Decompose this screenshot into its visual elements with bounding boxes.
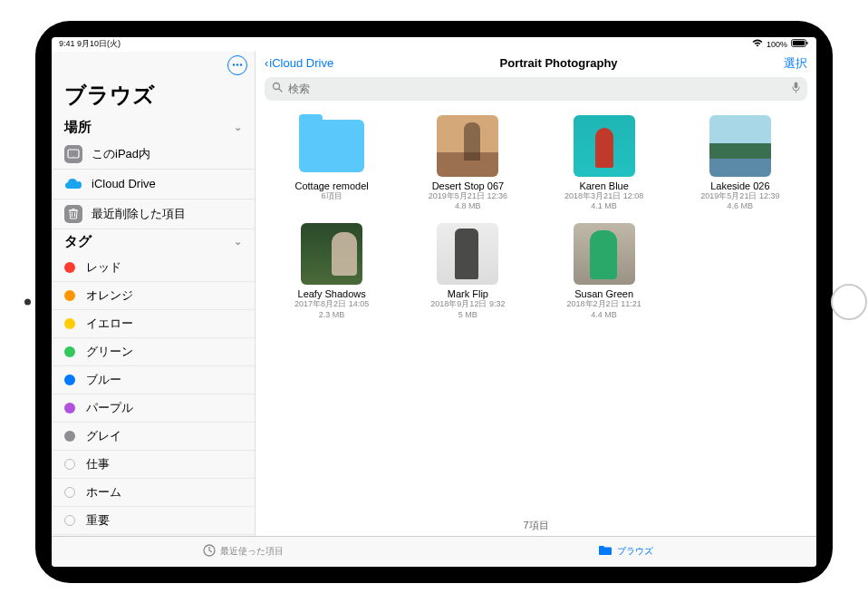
chevron-left-icon: ‹ <box>265 56 268 70</box>
tag-label: オレンジ <box>86 287 133 304</box>
search-input[interactable] <box>288 83 786 95</box>
tag-color-dot <box>64 346 75 357</box>
more-button[interactable] <box>227 55 247 75</box>
tag-color-dot <box>64 290 75 301</box>
location-label: 最近削除した項目 <box>92 206 186 222</box>
location-label: このiPad内 <box>92 146 150 162</box>
tag-label: グリーン <box>86 344 133 360</box>
folder-icon <box>598 545 612 559</box>
file-thumbnail <box>437 223 498 285</box>
item-meta: 2018年2月2日 11:214.4 MB <box>541 299 668 320</box>
page-title: Portrait Photography <box>500 56 618 70</box>
tag-color-dot <box>64 431 75 442</box>
tag-color-dot <box>64 374 75 385</box>
search-icon <box>272 82 283 95</box>
item-name: Lakeside 026 <box>677 180 804 191</box>
svg-point-5 <box>240 63 242 65</box>
tag-label: レッド <box>86 259 121 276</box>
location-item[interactable]: iCloud Drive <box>52 170 255 199</box>
item-name: Karen Blue <box>541 180 668 191</box>
tag-item[interactable]: オレンジ <box>52 282 255 310</box>
home-button[interactable] <box>831 284 867 320</box>
tag-item[interactable]: グレイ <box>52 423 255 451</box>
grid-item[interactable]: Lakeside 026 2019年5月21日 12:394.6 MB <box>677 115 804 212</box>
svg-point-3 <box>233 63 235 65</box>
item-meta: 2018年9月12日 9:325 MB <box>404 299 531 320</box>
tag-item[interactable]: 仕事 <box>52 451 255 479</box>
select-button[interactable]: 選択 <box>784 55 807 72</box>
status-date: 9月10日(火) <box>77 39 121 48</box>
tab-recents[interactable]: 最近使った項目 <box>52 537 434 567</box>
ipad-icon <box>64 145 82 163</box>
tag-empty-circle <box>64 459 75 470</box>
grid-item[interactable]: Desert Stop 067 2019年5月21日 12:364.8 MB <box>404 115 531 212</box>
mic-icon[interactable] <box>792 82 800 96</box>
item-name: Cottage remodel <box>268 180 395 191</box>
status-bar: 9:41 9月10日(火) 100% <box>52 37 816 52</box>
grid-item[interactable]: Mark Flip 2018年9月12日 9:325 MB <box>404 223 531 320</box>
tag-item[interactable]: パープル <box>52 394 255 423</box>
svg-rect-2 <box>806 42 807 44</box>
tag-color-dot <box>64 262 75 273</box>
svg-point-4 <box>236 63 238 65</box>
location-item[interactable]: 最近削除した項目 <box>52 199 255 229</box>
tag-label: 仕事 <box>86 456 110 472</box>
svg-rect-10 <box>795 82 798 88</box>
chevron-down-icon: ⌄ <box>234 236 242 248</box>
grid-item[interactable]: Susan Green 2018年2月2日 11:214.4 MB <box>541 223 668 320</box>
tab-browse[interactable]: ブラウズ <box>434 537 816 567</box>
file-thumbnail <box>574 115 635 177</box>
item-meta: 2017年8月2日 14:052.3 MB <box>268 299 395 320</box>
tag-item[interactable]: レッド <box>52 254 255 282</box>
item-count: 7項目 <box>256 515 816 536</box>
item-name: Leafy Shadows <box>268 288 395 299</box>
sidebar: ブラウズ 場所 ⌄ このiPad内iCloud Drive最近削除した項目 タグ… <box>52 52 256 536</box>
clock-icon <box>203 544 216 559</box>
grid-item[interactable]: Karen Blue 2018年3月21日 12:084.1 MB <box>541 115 668 212</box>
tag-color-dot <box>64 318 75 329</box>
chevron-down-icon: ⌄ <box>234 122 242 133</box>
tag-empty-circle <box>64 487 75 498</box>
item-meta: 2019年5月21日 12:394.6 MB <box>677 191 804 212</box>
tag-item[interactable]: グリーン <box>52 338 255 366</box>
battery-text: 100% <box>767 40 787 49</box>
locations-header[interactable]: 場所 ⌄ <box>52 115 255 140</box>
file-thumbnail <box>301 223 362 285</box>
trash-icon <box>64 205 82 223</box>
item-meta: 2019年5月21日 12:364.8 MB <box>404 191 531 212</box>
tag-label: ホーム <box>86 484 121 501</box>
item-name: Susan Green <box>541 288 668 299</box>
tag-label: グレイ <box>86 428 121 444</box>
tag-label: 重要 <box>86 512 110 529</box>
tag-item[interactable]: 重要 <box>52 507 255 535</box>
location-label: iCloud Drive <box>92 177 156 190</box>
tag-label: パープル <box>86 400 133 416</box>
svg-point-7 <box>72 156 73 157</box>
tag-item[interactable]: ブルー <box>52 366 255 394</box>
item-name: Mark Flip <box>404 288 531 299</box>
svg-line-9 <box>279 89 282 92</box>
tag-item[interactable]: ホーム <box>52 479 255 507</box>
folder-icon <box>299 120 364 172</box>
tags-header[interactable]: タグ ⌄ <box>52 229 255 254</box>
status-time: 9:41 <box>59 39 75 48</box>
item-meta: 6項目 <box>268 191 395 202</box>
location-item[interactable]: このiPad内 <box>52 140 255 170</box>
tag-label: イエロー <box>86 316 133 332</box>
file-thumbnail <box>709 115 771 177</box>
tag-color-dot <box>64 403 75 413</box>
grid-item[interactable]: Leafy Shadows 2017年8月2日 14:052.3 MB <box>268 223 395 320</box>
item-meta: 2018年3月21日 12:084.1 MB <box>541 191 668 212</box>
file-thumbnail <box>574 223 635 285</box>
tag-item[interactable]: イエロー <box>52 310 255 338</box>
file-thumbnail <box>437 115 498 177</box>
svg-rect-1 <box>793 41 805 45</box>
sidebar-title: ブラウズ <box>52 79 255 115</box>
icloud-icon <box>64 175 82 193</box>
wifi-icon <box>752 39 763 49</box>
grid-item[interactable]: Cottage remodel 6項目 <box>268 115 395 212</box>
search-bar[interactable] <box>265 77 807 101</box>
back-button[interactable]: ‹ iCloud Drive <box>265 56 333 70</box>
item-name: Desert Stop 067 <box>404 180 531 191</box>
battery-icon <box>791 39 809 49</box>
